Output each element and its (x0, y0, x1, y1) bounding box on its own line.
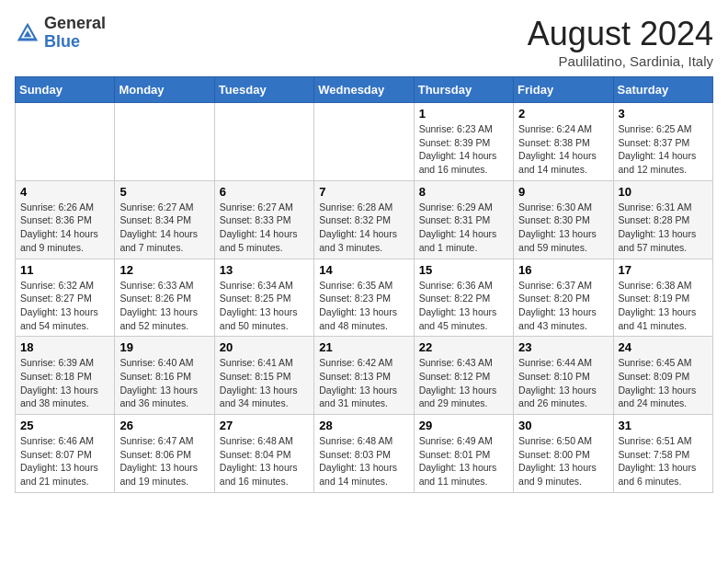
header-cell-thursday: Thursday (414, 77, 513, 103)
calendar-cell: 31Sunrise: 6:51 AMSunset: 7:58 PMDayligh… (613, 415, 712, 493)
day-number: 26 (119, 419, 209, 432)
day-info: Sunrise: 6:51 AMSunset: 7:58 PMDaylight:… (619, 434, 708, 488)
day-number: 27 (220, 419, 309, 432)
calendar-cell (314, 103, 414, 181)
day-info: Sunrise: 6:43 AMSunset: 8:12 PMDaylight:… (419, 356, 508, 410)
calendar-cell: 6Sunrise: 6:27 AMSunset: 8:33 PMDaylight… (214, 180, 313, 259)
day-info: Sunrise: 6:42 AMSunset: 8:13 PMDaylight:… (319, 356, 408, 410)
day-info: Sunrise: 6:35 AMSunset: 8:23 PMDaylight:… (319, 279, 408, 333)
calendar-cell: 29Sunrise: 6:49 AMSunset: 8:01 PMDayligh… (414, 415, 513, 493)
calendar-cell: 12Sunrise: 6:33 AMSunset: 8:26 PMDayligh… (115, 259, 214, 337)
calendar-cell: 18Sunrise: 6:39 AMSunset: 8:18 PMDayligh… (16, 337, 115, 415)
calendar-cell: 24Sunrise: 6:45 AMSunset: 8:09 PMDayligh… (613, 337, 712, 415)
week-row-2: 4Sunrise: 6:26 AMSunset: 8:36 PMDaylight… (16, 180, 713, 259)
day-number: 21 (319, 340, 408, 354)
calendar-cell: 21Sunrise: 6:42 AMSunset: 8:13 PMDayligh… (314, 337, 414, 415)
day-info: Sunrise: 6:26 AMSunset: 8:36 PMDaylight:… (20, 201, 109, 255)
calendar-cell: 2Sunrise: 6:24 AMSunset: 8:38 PMDaylight… (514, 103, 613, 181)
day-info: Sunrise: 6:40 AMSunset: 8:16 PMDaylight:… (119, 356, 209, 410)
day-number: 2 (518, 107, 608, 121)
day-number: 10 (619, 185, 708, 199)
calendar-cell: 28Sunrise: 6:48 AMSunset: 8:03 PMDayligh… (314, 415, 414, 493)
calendar-cell (214, 103, 313, 181)
calendar-header: SundayMondayTuesdayWednesdayThursdayFrid… (16, 77, 713, 103)
day-number: 12 (119, 263, 209, 277)
logo-text: General Blue (44, 15, 106, 52)
day-info: Sunrise: 6:27 AMSunset: 8:33 PMDaylight:… (220, 201, 309, 255)
day-number: 11 (20, 263, 109, 277)
calendar-cell: 30Sunrise: 6:50 AMSunset: 8:00 PMDayligh… (514, 415, 613, 493)
day-info: Sunrise: 6:32 AMSunset: 8:27 PMDaylight:… (20, 279, 109, 333)
day-info: Sunrise: 6:27 AMSunset: 8:34 PMDaylight:… (119, 201, 209, 255)
day-info: Sunrise: 6:23 AMSunset: 8:39 PMDaylight:… (419, 122, 508, 177)
day-number: 5 (119, 185, 209, 199)
day-info: Sunrise: 6:37 AMSunset: 8:20 PMDaylight:… (518, 279, 608, 333)
day-number: 9 (518, 185, 608, 199)
day-info: Sunrise: 6:29 AMSunset: 8:31 PMDaylight:… (419, 201, 508, 255)
day-number: 28 (319, 419, 408, 432)
calendar-cell: 17Sunrise: 6:38 AMSunset: 8:19 PMDayligh… (613, 259, 712, 337)
day-info: Sunrise: 6:38 AMSunset: 8:19 PMDaylight:… (619, 279, 708, 333)
calendar-cell: 9Sunrise: 6:30 AMSunset: 8:30 PMDaylight… (514, 180, 613, 259)
header-cell-wednesday: Wednesday (314, 77, 414, 103)
day-number: 23 (518, 340, 608, 354)
header-cell-sunday: Sunday (16, 77, 115, 103)
week-row-3: 11Sunrise: 6:32 AMSunset: 8:27 PMDayligh… (16, 259, 713, 337)
day-info: Sunrise: 6:44 AMSunset: 8:10 PMDaylight:… (518, 356, 608, 410)
day-number: 17 (619, 263, 708, 277)
day-info: Sunrise: 6:34 AMSunset: 8:25 PMDaylight:… (220, 279, 309, 333)
calendar-cell: 22Sunrise: 6:43 AMSunset: 8:12 PMDayligh… (414, 337, 513, 415)
header-cell-monday: Monday (115, 77, 214, 103)
day-info: Sunrise: 6:25 AMSunset: 8:37 PMDaylight:… (619, 122, 708, 177)
header-cell-saturday: Saturday (613, 77, 712, 103)
day-info: Sunrise: 6:50 AMSunset: 8:00 PMDaylight:… (518, 434, 608, 488)
day-info: Sunrise: 6:49 AMSunset: 8:01 PMDaylight:… (419, 434, 508, 488)
calendar-cell: 25Sunrise: 6:46 AMSunset: 8:07 PMDayligh… (16, 415, 115, 493)
day-number: 19 (119, 340, 209, 354)
calendar-table: SundayMondayTuesdayWednesdayThursdayFrid… (15, 76, 713, 493)
day-number: 20 (220, 340, 309, 354)
day-number: 24 (619, 340, 708, 354)
day-info: Sunrise: 6:36 AMSunset: 8:22 PMDaylight:… (419, 279, 508, 333)
logo-icon (15, 20, 40, 46)
week-row-1: 1Sunrise: 6:23 AMSunset: 8:39 PMDaylight… (16, 103, 713, 181)
location: Paulilatino, Sardinia, Italy (528, 53, 713, 69)
day-number: 22 (419, 340, 508, 354)
calendar-cell: 3Sunrise: 6:25 AMSunset: 8:37 PMDaylight… (613, 103, 712, 181)
calendar-cell: 5Sunrise: 6:27 AMSunset: 8:34 PMDaylight… (115, 180, 214, 259)
day-number: 15 (419, 263, 508, 277)
calendar-cell: 1Sunrise: 6:23 AMSunset: 8:39 PMDaylight… (414, 103, 513, 181)
calendar-body: 1Sunrise: 6:23 AMSunset: 8:39 PMDaylight… (16, 103, 713, 493)
calendar-cell: 10Sunrise: 6:31 AMSunset: 8:28 PMDayligh… (613, 180, 712, 259)
header-cell-tuesday: Tuesday (214, 77, 313, 103)
week-row-5: 25Sunrise: 6:46 AMSunset: 8:07 PMDayligh… (16, 415, 713, 493)
day-number: 31 (619, 419, 708, 432)
day-info: Sunrise: 6:31 AMSunset: 8:28 PMDaylight:… (619, 201, 708, 255)
calendar-cell: 19Sunrise: 6:40 AMSunset: 8:16 PMDayligh… (115, 337, 214, 415)
day-number: 29 (419, 419, 508, 432)
week-row-4: 18Sunrise: 6:39 AMSunset: 8:18 PMDayligh… (16, 337, 713, 415)
day-info: Sunrise: 6:41 AMSunset: 8:15 PMDaylight:… (220, 356, 309, 410)
header-cell-friday: Friday (514, 77, 613, 103)
day-number: 18 (20, 340, 109, 354)
day-number: 1 (419, 107, 508, 121)
day-info: Sunrise: 6:45 AMSunset: 8:09 PMDaylight:… (619, 356, 708, 410)
calendar-cell: 20Sunrise: 6:41 AMSunset: 8:15 PMDayligh… (214, 337, 313, 415)
day-number: 30 (518, 419, 608, 432)
calendar-cell: 26Sunrise: 6:47 AMSunset: 8:06 PMDayligh… (115, 415, 214, 493)
calendar-cell: 23Sunrise: 6:44 AMSunset: 8:10 PMDayligh… (514, 337, 613, 415)
day-info: Sunrise: 6:28 AMSunset: 8:32 PMDaylight:… (319, 201, 408, 255)
day-info: Sunrise: 6:48 AMSunset: 8:03 PMDaylight:… (319, 434, 408, 488)
day-info: Sunrise: 6:24 AMSunset: 8:38 PMDaylight:… (518, 122, 608, 177)
day-info: Sunrise: 6:48 AMSunset: 8:04 PMDaylight:… (220, 434, 309, 488)
day-info: Sunrise: 6:47 AMSunset: 8:06 PMDaylight:… (119, 434, 209, 488)
calendar-cell: 15Sunrise: 6:36 AMSunset: 8:22 PMDayligh… (414, 259, 513, 337)
calendar-cell: 16Sunrise: 6:37 AMSunset: 8:20 PMDayligh… (514, 259, 613, 337)
day-info: Sunrise: 6:30 AMSunset: 8:30 PMDaylight:… (518, 201, 608, 255)
title-area: August 2024 Paulilatino, Sardinia, Italy (528, 15, 713, 69)
day-info: Sunrise: 6:46 AMSunset: 8:07 PMDaylight:… (20, 434, 109, 488)
header: General Blue August 2024 Paulilatino, Sa… (15, 15, 713, 69)
day-number: 3 (619, 107, 708, 121)
calendar-cell: 8Sunrise: 6:29 AMSunset: 8:31 PMDaylight… (414, 180, 513, 259)
day-number: 7 (319, 185, 408, 199)
